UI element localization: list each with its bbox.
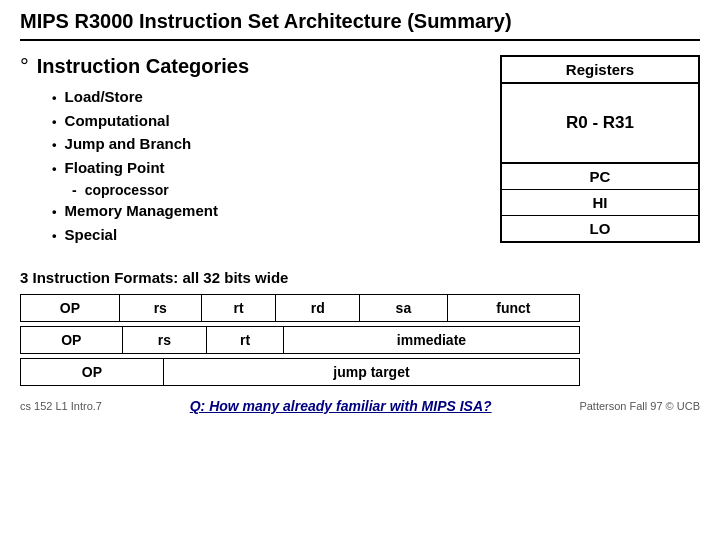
format-cell: rt bbox=[207, 327, 284, 354]
item-label: Computational bbox=[65, 112, 170, 129]
hi-row: HI bbox=[502, 190, 698, 216]
format-table-row2: OP rs rt immediate bbox=[20, 326, 580, 354]
item-label: Jump and Branch bbox=[65, 135, 192, 152]
format-cell: OP bbox=[21, 359, 164, 386]
attribution-label: Patterson Fall 97 © UCB bbox=[579, 400, 700, 412]
list-dot: • bbox=[52, 135, 57, 155]
page-title: MIPS R3000 Instruction Set Architecture … bbox=[20, 10, 700, 41]
list-item: • Load/Store bbox=[52, 88, 480, 108]
list-dot: • bbox=[52, 226, 57, 246]
list-item: • Jump and Branch bbox=[52, 135, 480, 155]
item-label: Special bbox=[65, 226, 118, 243]
registers-box: Registers R0 - R31 PC HI LO bbox=[500, 55, 700, 243]
formats-section: 3 Instruction Formats: all 32 bits wide … bbox=[20, 269, 700, 386]
list-item: • Floating Point bbox=[52, 159, 480, 179]
list-item: • Special bbox=[52, 226, 480, 246]
page: MIPS R3000 Instruction Set Architecture … bbox=[0, 0, 720, 540]
lo-row: LO bbox=[502, 216, 698, 241]
list-dot: • bbox=[52, 88, 57, 108]
format-cell: OP bbox=[21, 295, 120, 322]
item-label: Floating Point bbox=[65, 159, 165, 176]
main-content: ° Instruction Categories • Load/Store • … bbox=[20, 55, 700, 249]
list-dot: • bbox=[52, 202, 57, 222]
list-item: • Memory Management bbox=[52, 202, 480, 222]
formats-title: 3 Instruction Formats: all 32 bits wide bbox=[20, 269, 700, 286]
bullet-circle: ° bbox=[20, 56, 29, 78]
list-dot: • bbox=[52, 159, 57, 179]
format-cell: OP bbox=[21, 327, 123, 354]
format-cell: rs bbox=[122, 327, 206, 354]
format-cell: rs bbox=[119, 295, 201, 322]
right-section: Registers R0 - R31 PC HI LO bbox=[500, 55, 700, 249]
pc-hi-lo-box: PC HI LO bbox=[502, 164, 698, 241]
format-cell: funct bbox=[447, 295, 579, 322]
footer-row: cs 152 L1 Intro.7 Q: How many already fa… bbox=[20, 394, 700, 414]
categories-list: • Load/Store • Computational • Jump and … bbox=[52, 88, 480, 178]
cs-label: cs 152 L1 Intro.7 bbox=[20, 400, 102, 412]
left-section: ° Instruction Categories • Load/Store • … bbox=[20, 55, 480, 249]
format-table-row3: OP jump target bbox=[20, 358, 580, 386]
coprocessor-item: - coprocessor bbox=[72, 182, 480, 198]
format-table-row1: OP rs rt rd sa funct bbox=[20, 294, 580, 322]
instruction-categories-title: Instruction Categories bbox=[37, 55, 249, 78]
pc-row: PC bbox=[502, 164, 698, 190]
list-item: • Computational bbox=[52, 112, 480, 132]
categories-list-2: • Memory Management • Special bbox=[52, 202, 480, 245]
instruction-categories-header: ° Instruction Categories bbox=[20, 55, 480, 78]
coprocessor-label: coprocessor bbox=[85, 182, 169, 198]
format-cell: rd bbox=[276, 295, 360, 322]
item-label: Load/Store bbox=[65, 88, 143, 105]
format-cell: rt bbox=[201, 295, 276, 322]
registers-label: Registers bbox=[502, 57, 698, 84]
r0-r31-box: R0 - R31 bbox=[502, 84, 698, 164]
question-text: Q: How many already familiar with MIPS I… bbox=[190, 398, 492, 414]
list-dot: • bbox=[52, 112, 57, 132]
format-cell-immediate: immediate bbox=[283, 327, 579, 354]
item-label: Memory Management bbox=[65, 202, 218, 219]
format-cell-jump: jump target bbox=[163, 359, 579, 386]
coprocessor-dash: - bbox=[72, 182, 77, 198]
format-cell: sa bbox=[360, 295, 448, 322]
